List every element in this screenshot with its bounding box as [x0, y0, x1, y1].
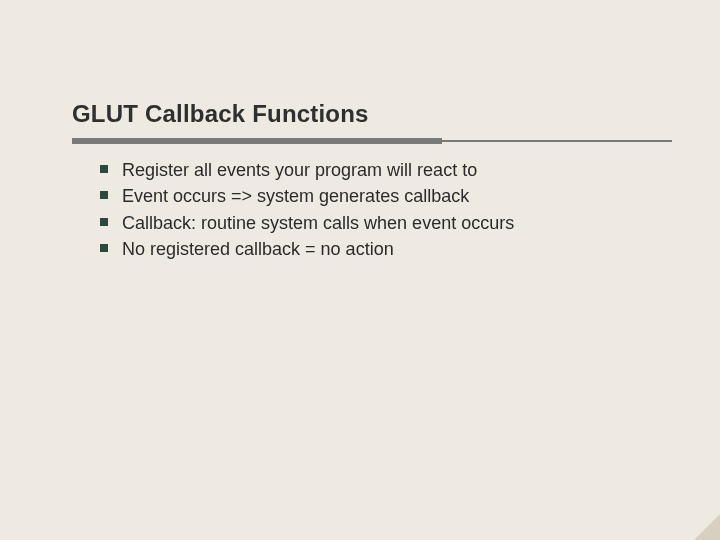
list-item-text: Event occurs => system generates callbac…	[122, 186, 469, 206]
bullet-list: Register all events your program will re…	[72, 158, 660, 261]
title-underline	[72, 138, 660, 144]
list-item: Event occurs => system generates callbac…	[100, 184, 660, 208]
list-item-text: No registered callback = no action	[122, 239, 394, 259]
list-item: No registered callback = no action	[100, 237, 660, 261]
list-item: Callback: routine system calls when even…	[100, 211, 660, 235]
slide: GLUT Callback Functions Register all eve…	[0, 0, 720, 540]
square-bullet-icon	[100, 165, 108, 173]
list-item-text: Callback: routine system calls when even…	[122, 213, 514, 233]
square-bullet-icon	[100, 191, 108, 199]
square-bullet-icon	[100, 218, 108, 226]
rule-thick	[72, 138, 442, 144]
list-item-text: Register all events your program will re…	[122, 160, 477, 180]
list-item: Register all events your program will re…	[100, 158, 660, 182]
square-bullet-icon	[100, 244, 108, 252]
slide-title: GLUT Callback Functions	[72, 100, 660, 128]
corner-fold-icon	[694, 514, 720, 540]
